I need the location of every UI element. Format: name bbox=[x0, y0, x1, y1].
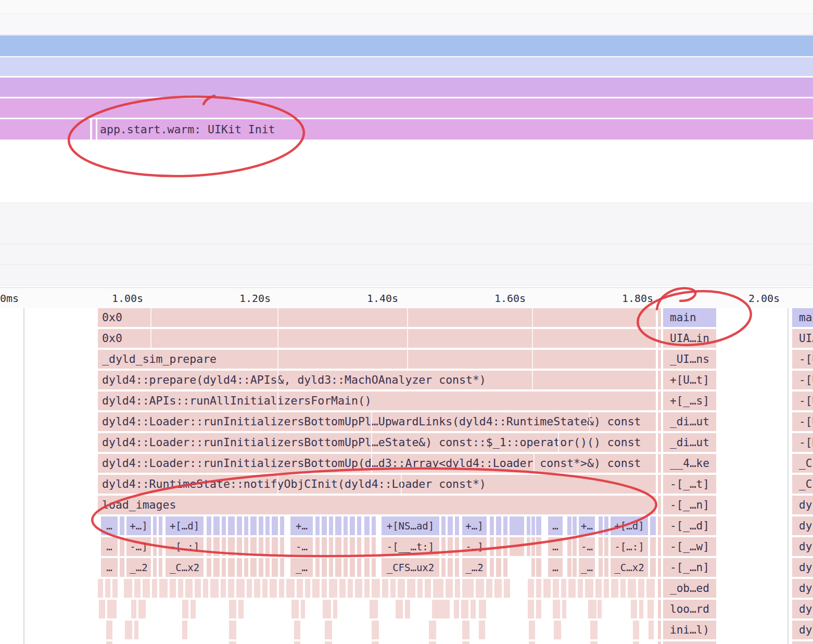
stack-frame-small[interactable] bbox=[272, 516, 278, 535]
stack-frame-small[interactable] bbox=[536, 558, 541, 577]
stack-frame-small[interactable] bbox=[350, 558, 355, 577]
stack-frame-tiny[interactable] bbox=[236, 579, 245, 598]
stack-frame[interactable]: 0x0 bbox=[98, 308, 656, 327]
stack-frame[interactable]: 0x0 bbox=[98, 329, 656, 348]
stack-frame-small[interactable] bbox=[159, 558, 162, 577]
stack-frame[interactable]: dyld4::Loader::runInitializersBottomUpPl… bbox=[98, 433, 656, 452]
stack-frame-small[interactable] bbox=[250, 516, 257, 535]
stack-frame-small[interactable] bbox=[448, 558, 453, 577]
stack-frame-tiny[interactable] bbox=[590, 621, 598, 639]
stack-frame-tiny[interactable] bbox=[396, 600, 403, 618]
stack-frame-sliver[interactable] bbox=[658, 371, 661, 389]
stack-frame-small[interactable]: -[__…t:] bbox=[382, 537, 439, 556]
stack-frame-small[interactable] bbox=[357, 516, 361, 535]
stack-frame-tiny[interactable] bbox=[323, 600, 331, 618]
stack-frame[interactable]: -[U bbox=[792, 412, 813, 431]
stack-frame-tiny[interactable] bbox=[355, 579, 362, 598]
stack-frame-sliver[interactable] bbox=[658, 558, 661, 577]
stack-frame-tiny[interactable] bbox=[301, 600, 305, 618]
stack-frame-small[interactable] bbox=[604, 537, 608, 556]
stack-frame-tiny[interactable] bbox=[229, 600, 236, 618]
span-band-pink[interactable] bbox=[0, 98, 813, 118]
stack-frame-tiny[interactable] bbox=[372, 621, 379, 639]
stack-frame-tiny[interactable] bbox=[638, 579, 644, 598]
stack-frame-small[interactable]: -…] bbox=[126, 537, 151, 556]
stack-frame-small[interactable] bbox=[567, 537, 571, 556]
stack-frame-small[interactable] bbox=[599, 537, 603, 556]
stack-frame-small[interactable] bbox=[496, 516, 501, 535]
stack-frame-tiny[interactable] bbox=[429, 641, 436, 644]
stack-frame-tiny[interactable] bbox=[588, 600, 596, 618]
stack-frame[interactable]: main bbox=[663, 308, 716, 327]
stack-frame[interactable]: -[_…n] bbox=[663, 558, 716, 577]
stack-frame-tiny[interactable] bbox=[446, 579, 453, 598]
stack-frame-tiny[interactable] bbox=[372, 579, 380, 598]
stack-frame-tiny[interactable] bbox=[106, 621, 112, 639]
stack-frame-tiny[interactable] bbox=[131, 600, 136, 618]
stack-frame-tiny[interactable] bbox=[170, 579, 176, 598]
stack-frame-small[interactable] bbox=[207, 516, 211, 535]
stack-frame-tiny[interactable] bbox=[649, 621, 654, 639]
stack-frame-sliver[interactable] bbox=[658, 496, 661, 514]
stack-frame-tiny[interactable] bbox=[124, 579, 132, 598]
stack-frame-small[interactable]: -… bbox=[290, 537, 313, 556]
stack-frame-small[interactable] bbox=[536, 516, 541, 535]
stack-frame[interactable]: -[_…w] bbox=[663, 537, 716, 556]
stack-frame[interactable]: +[_…s] bbox=[663, 392, 716, 410]
stack-frame-tiny[interactable] bbox=[568, 579, 576, 598]
stack-frame-small[interactable]: _…2 bbox=[462, 558, 487, 577]
stack-frame-sliver[interactable] bbox=[658, 392, 661, 410]
stack-frame-small[interactable] bbox=[496, 558, 501, 577]
stack-frame[interactable]: dyl bbox=[792, 496, 813, 514]
stack-frame-small[interactable]: +…] bbox=[126, 516, 151, 535]
stack-frame-tiny[interactable] bbox=[125, 621, 132, 639]
stack-frame-small[interactable] bbox=[496, 537, 501, 556]
stack-frame[interactable]: dyld4::Loader::runInitializersBottomUp(d… bbox=[98, 454, 656, 473]
stack-frame[interactable]: dyld4::RuntimeState::notifyObjCInit(dyld… bbox=[98, 475, 656, 494]
stack-frame[interactable]: -[U bbox=[792, 350, 813, 369]
stack-frame-small[interactable] bbox=[222, 516, 226, 535]
stack-frame-small[interactable] bbox=[259, 537, 263, 556]
stack-frame-tiny[interactable] bbox=[152, 579, 157, 598]
stack-frame-small[interactable] bbox=[455, 537, 459, 556]
stack-frame-small[interactable] bbox=[441, 558, 446, 577]
stack-frame-small[interactable] bbox=[503, 537, 507, 556]
stack-frame-tiny[interactable] bbox=[417, 579, 423, 598]
stack-frame[interactable]: dyld4::APIs::runAllInitializersForMain() bbox=[98, 392, 656, 410]
stack-frame-small[interactable] bbox=[153, 537, 157, 556]
stack-frame[interactable]: __4…ke bbox=[663, 454, 716, 473]
stack-frame-small[interactable] bbox=[573, 537, 577, 556]
stack-frame-tiny[interactable] bbox=[611, 579, 618, 598]
stack-frame-small[interactable] bbox=[272, 537, 278, 556]
stack-frame-tiny[interactable] bbox=[455, 579, 460, 598]
stack-frame-tiny[interactable] bbox=[633, 621, 639, 639]
stack-frame-small[interactable] bbox=[222, 537, 226, 556]
stack-frame-sliver[interactable] bbox=[658, 350, 661, 369]
stack-frame-tiny[interactable] bbox=[262, 579, 268, 598]
stack-frame-small[interactable] bbox=[159, 516, 162, 535]
stack-frame-tiny[interactable] bbox=[291, 600, 299, 618]
span-segment[interactable] bbox=[92, 119, 96, 140]
stack-frame-sliver[interactable] bbox=[658, 579, 661, 598]
stack-frame-small[interactable] bbox=[153, 516, 157, 535]
stack-frame-small[interactable] bbox=[531, 516, 535, 535]
stack-frame-sliver[interactable] bbox=[658, 516, 661, 535]
stack-frame-small[interactable] bbox=[120, 558, 124, 577]
stack-frame-small[interactable] bbox=[344, 537, 348, 556]
stack-frame-small[interactable] bbox=[237, 558, 242, 577]
stack-frame-tiny[interactable] bbox=[479, 600, 486, 618]
stack-frame-small[interactable] bbox=[272, 558, 278, 577]
stack-frame-tiny[interactable] bbox=[238, 600, 244, 618]
stack-frame-sliver[interactable] bbox=[658, 537, 661, 556]
stack-frame-small[interactable] bbox=[329, 537, 333, 556]
stack-frame-tiny[interactable] bbox=[631, 600, 637, 618]
stack-frame-sliver[interactable] bbox=[658, 475, 661, 494]
stack-frame-tiny[interactable] bbox=[107, 600, 117, 618]
stack-frame-tiny[interactable] bbox=[279, 579, 284, 598]
stack-frame-tiny[interactable] bbox=[286, 579, 295, 598]
stack-frame[interactable]: -[_…d] bbox=[663, 516, 716, 535]
stack-frame-tiny[interactable] bbox=[462, 579, 474, 598]
stack-frame-small[interactable] bbox=[213, 516, 220, 535]
stack-frame-small[interactable] bbox=[244, 537, 248, 556]
stack-frame-tiny[interactable] bbox=[554, 621, 561, 639]
